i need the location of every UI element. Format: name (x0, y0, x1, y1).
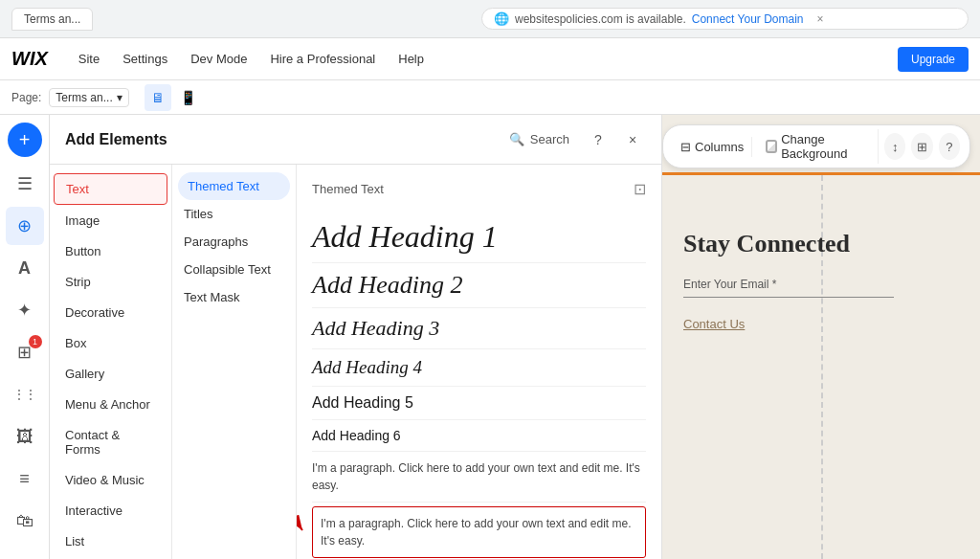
heading-3-item[interactable]: Add Heading 3 (312, 308, 646, 349)
category-list: Text Image Button Strip Decorative Box G… (50, 165, 172, 559)
contact-us-link[interactable]: Contact Us (683, 317, 951, 331)
add-elements-button[interactable]: + (8, 123, 42, 157)
change-background-label: Change Background (781, 132, 870, 161)
paragraph-1-item[interactable]: I'm a paragraph. Click here to add your … (312, 452, 646, 503)
tool-store[interactable]: 🛍 (6, 502, 44, 540)
search-button[interactable]: 🔍 Search (501, 128, 577, 150)
subcategory-titles[interactable]: Titles (172, 200, 296, 228)
subcategory-themed-text[interactable]: Themed Text (178, 172, 290, 200)
category-item-button[interactable]: Button (54, 236, 167, 266)
canvas-toolbar: ⊟ Columns Change Background ↕ ⊞ ? (662, 124, 970, 168)
category-item-image[interactable]: Image (54, 206, 167, 235)
arrow-container: I'm a paragraph. Click here to add your … (312, 506, 646, 558)
tool-pages[interactable]: ☰ (6, 165, 44, 203)
heading-4-item[interactable]: Add Heading 4 (312, 349, 646, 387)
canvas-area: ⊟ Columns Change Background ↕ ⊞ ? Stay C… (662, 115, 980, 559)
email-input-line (683, 297, 894, 298)
tool-apps[interactable]: ⊞ 1 (6, 333, 44, 371)
tool-blog[interactable]: ≡ (6, 459, 44, 498)
wix-nav: WIX Site Settings Dev Mode Hire a Profes… (0, 38, 980, 80)
columns-label: Columns (695, 140, 744, 154)
arrange-button[interactable]: ↕ (884, 133, 905, 160)
paragraph-1-text: I'm a paragraph. Click here to add your … (312, 461, 640, 492)
subcategory-paragraphs[interactable]: Paragraphs (172, 228, 296, 256)
nav-help[interactable]: Help (387, 38, 435, 80)
blog-icon: ≡ (19, 469, 30, 489)
arrange-icon: ↕ (892, 140, 899, 154)
design-icon: ✦ (17, 300, 32, 321)
desktop-view-button[interactable]: 🖥 (145, 84, 171, 111)
mobile-view-button[interactable]: 📱 (175, 84, 202, 111)
email-label: Enter Your Email * (683, 278, 951, 291)
category-item-list[interactable]: List (54, 526, 167, 556)
change-background-toolbar-item[interactable]: Change Background (758, 129, 879, 164)
main-layout: + ☰ ⊕ A ✦ ⊞ 1 ⋮⋮ 🖼 ≡ 🛍 (0, 115, 980, 559)
panel-content: Text Image Button Strip Decorative Box G… (50, 165, 661, 559)
stay-connected-section: Stay Connected Enter Your Email * Contac… (683, 230, 951, 331)
category-item-interactive[interactable]: Interactive (54, 496, 167, 525)
tool-media[interactable]: 🖼 (6, 417, 44, 456)
chevron-down-icon: ▾ (117, 91, 122, 104)
tool-elements[interactable]: ⊕ (6, 207, 44, 245)
content-view-icon[interactable]: ⊡ (634, 180, 646, 198)
page-bar: Page: Terms an... ▾ 🖥 📱 (0, 80, 980, 115)
help-toolbar-icon: ? (946, 140, 952, 154)
tool-layers[interactable]: ⋮⋮ (6, 375, 44, 414)
panel-title: Add Elements (65, 131, 494, 148)
subcategory-text-mask[interactable]: Text Mask (172, 283, 296, 311)
category-item-video-music[interactable]: Video & Music (54, 465, 167, 495)
category-item-decorative[interactable]: Decorative (54, 298, 167, 327)
heading-6-item[interactable]: Add Heading 6 (312, 420, 646, 452)
paragraph-2-item-highlighted[interactable]: I'm a paragraph. Click here to add your … (312, 506, 646, 558)
heading-2-item[interactable]: Add Heading 2 (312, 263, 646, 308)
nav-hire-professional[interactable]: Hire a Professional (258, 38, 387, 80)
add-elements-panel: Add Elements 🔍 Search ? × Text Image But… (50, 115, 662, 559)
address-bar-close[interactable]: × (817, 12, 824, 26)
category-item-contact-forms[interactable]: Contact & Forms (54, 420, 167, 464)
connect-domain-link[interactable]: Connect Your Domain (692, 12, 804, 26)
help-toolbar-button[interactable]: ? (939, 133, 960, 160)
close-panel-button[interactable]: × (619, 126, 646, 153)
browser-tab[interactable]: Terms an... (11, 8, 93, 31)
subcategory-collapsible-text[interactable]: Collapsible Text (172, 256, 296, 283)
available-text: websitespolicies.com is available. (515, 12, 686, 26)
page-selector[interactable]: Terms an... ▾ (49, 88, 128, 107)
upgrade-button[interactable]: Upgrade (898, 47, 969, 72)
nav-site[interactable]: Site (67, 38, 111, 80)
heading-4-text: Add Heading 4 (312, 357, 422, 377)
category-item-text[interactable]: Text (54, 173, 167, 205)
address-bar: 🌐 websitespolicies.com is available. Con… (481, 8, 969, 30)
media-icon: 🖼 (16, 427, 33, 447)
content-title: Themed Text (312, 182, 384, 196)
subcategory-list: Themed Text Titles Paragraphs Collapsibl… (172, 165, 297, 559)
stay-connected-title: Stay Connected (683, 230, 951, 258)
category-item-gallery[interactable]: Gallery (54, 359, 167, 389)
columns-toolbar-item[interactable]: ⊟ Columns (673, 137, 752, 157)
text-tool-icon: A (18, 258, 31, 279)
elements-icon: ⊕ (17, 215, 32, 236)
nav-settings[interactable]: Settings (111, 38, 179, 80)
heading-1-item[interactable]: Add Heading 1 (312, 212, 646, 263)
apps-badge: 1 (29, 335, 42, 348)
content-area: Themed Text ⊡ Add Heading 1 Add Heading … (297, 165, 661, 559)
heading-5-item[interactable]: Add Heading 5 (312, 387, 646, 420)
nav-dev-mode[interactable]: Dev Mode (179, 38, 258, 80)
tool-design[interactable]: ✦ (6, 291, 44, 329)
category-item-strip[interactable]: Strip (54, 267, 167, 297)
page-name: Terms an... (56, 91, 112, 104)
layers-toolbar-button[interactable]: ⊞ (911, 133, 932, 160)
category-item-menu-anchor[interactable]: Menu & Anchor (54, 390, 167, 419)
browser-tabs: Terms an... (11, 8, 474, 31)
heading-2-text: Add Heading 2 (312, 271, 462, 299)
red-arrow-annotation (297, 497, 312, 545)
help-button[interactable]: ? (585, 126, 612, 153)
globe-icon: 🌐 (494, 11, 509, 26)
heading-3-text: Add Heading 3 (312, 316, 439, 340)
category-item-box[interactable]: Box (54, 328, 167, 358)
layers-toolbar-icon: ⊞ (917, 140, 927, 154)
panel-header: Add Elements 🔍 Search ? × (50, 115, 661, 165)
search-icon: 🔍 (509, 132, 524, 146)
heading-1-text: Add Heading 1 (312, 219, 498, 254)
page-label: Page: (11, 91, 41, 104)
tool-text[interactable]: A (6, 249, 44, 287)
